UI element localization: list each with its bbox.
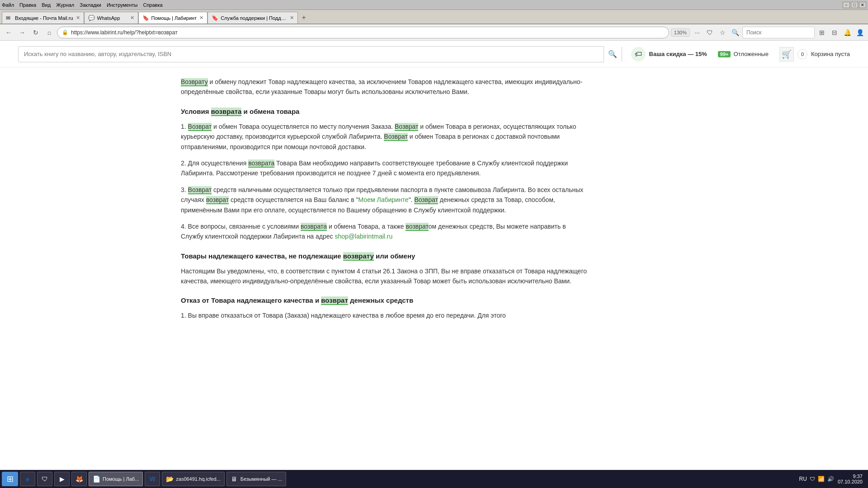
address-input-wrapper[interactable]: 🔒 https://www.labirint.ru/help/?helptxt=… xyxy=(57,27,669,38)
tab-mail[interactable]: ✉ Входящие - Почта Mail.ru ✕ xyxy=(2,12,84,23)
section1-p3: 3. Возврат средств наличными осуществляе… xyxy=(181,185,588,215)
back-button[interactable]: ← xyxy=(3,27,14,38)
toolbar-profile-icon[interactable]: 👤 xyxy=(854,27,865,38)
cart-icon: 🛒 xyxy=(779,47,794,61)
more-options-icon[interactable]: ··· xyxy=(692,27,703,38)
site-search-button[interactable]: 🔍 xyxy=(604,46,622,62)
minimize-button[interactable]: − xyxy=(843,2,850,8)
help-app-icon: 📄 xyxy=(93,475,100,483)
taskbar-desktop-app[interactable]: 🖥 Безымянный — ... xyxy=(226,472,286,486)
close-button[interactable]: ✕ xyxy=(859,2,866,8)
window-controls: − □ ✕ xyxy=(843,2,866,8)
new-tab-button[interactable]: + xyxy=(298,12,310,23)
tab-whatsapp-icon: 💬 xyxy=(88,15,94,21)
tab-help-icon: 🔖 xyxy=(142,15,149,21)
tab-help-close[interactable]: ✕ xyxy=(199,15,203,21)
taskbar-antivirus[interactable]: 🛡 xyxy=(37,472,52,486)
taskbar-media[interactable]: ▶ xyxy=(54,472,70,486)
forward-button[interactable]: → xyxy=(16,27,28,38)
intro-paragraph: Возврату и обмену подлежит Товар надлежа… xyxy=(181,77,588,97)
highlight-vozvrat-5: Возврат xyxy=(188,186,212,194)
bookmark-star-icon[interactable]: ☆ xyxy=(717,27,728,38)
highlight-vozvrat-6: возврат xyxy=(206,196,229,204)
content-area: Возврату и обмену подлежит Товар надлежа… xyxy=(181,77,588,321)
email-link[interactable]: shop@labirintmail.ru xyxy=(335,233,392,240)
cart-count: 0 xyxy=(797,49,807,59)
start-button[interactable]: ⊞ xyxy=(2,472,18,486)
tab-whatsapp-label: WhatsApp xyxy=(97,15,127,21)
word-icon: W xyxy=(149,475,156,483)
system-tray: RU 🛡 📶 🔊 xyxy=(799,476,834,482)
container-icon[interactable]: 🛡 xyxy=(704,27,715,38)
taskbar-ie[interactable]: e xyxy=(20,472,35,486)
tab-mail-label: Входящие - Почта Mail.ru xyxy=(15,15,73,21)
taskbar-help-label: Помощь | Лаб... xyxy=(103,476,139,482)
taskbar-apps: e 🛡 ▶ 🦊 📄 Помощь | Лаб... W 📂 zas06491.h… xyxy=(20,472,286,486)
search-icon[interactable]: 🔍 xyxy=(730,27,741,38)
menu-edit[interactable]: Правка xyxy=(19,2,36,8)
section3-title: Отказ от Товара надлежащего качества и в… xyxy=(181,295,588,306)
taskbar-right: RU 🛡 📶 🔊 9:37 07.10.2020 xyxy=(799,474,866,484)
cart-label: Корзина пуста xyxy=(811,51,850,57)
section3-p1: 1. Вы вправе отказаться от Товара (Заказ… xyxy=(181,310,588,320)
antivirus-tray-icon[interactable]: 🛡 xyxy=(810,476,815,482)
refresh-button[interactable]: ↻ xyxy=(30,27,42,38)
file-icon: 📂 xyxy=(166,475,173,483)
highlight-vozvrat-2: Возврат xyxy=(395,123,419,131)
menu-journal[interactable]: Журнал xyxy=(56,2,74,8)
home-button[interactable]: ⌂ xyxy=(43,27,55,38)
zoom-indicator[interactable]: 130% xyxy=(671,28,690,37)
toolbar-collections-icon[interactable]: ⊞ xyxy=(816,27,827,38)
highlight-vozvrat-title: возврата xyxy=(211,108,242,116)
network-icon[interactable]: 📶 xyxy=(818,476,825,482)
site-search-container[interactable]: 🔍 xyxy=(18,46,622,62)
maximize-button[interactable]: □ xyxy=(851,2,858,8)
menu-bookmarks[interactable]: Закладки xyxy=(80,2,101,8)
taskbar-desktop-label: Безымянный — ... xyxy=(241,476,282,482)
taskbar-file-app[interactable]: 📂 zas06491.hq.icfed... xyxy=(162,472,224,486)
media-icon: ▶ xyxy=(58,475,66,483)
taskbar-help-app[interactable]: 📄 Помощь | Лаб... xyxy=(89,472,143,486)
tab-help-label: Помощь | Лабиринт xyxy=(151,15,197,21)
lang-ru[interactable]: RU xyxy=(799,476,807,482)
wishlist-label: Отложенные xyxy=(733,51,768,57)
toolbar-badge-icon[interactable]: 🔔 xyxy=(842,27,853,38)
taskbar-firefox[interactable]: 🦊 xyxy=(71,472,87,486)
address-bar-right: 130% ··· 🛡 ☆ 🔍 ⊞ ⊟ 🔔 👤 xyxy=(671,27,865,38)
taskbar-word[interactable]: W xyxy=(145,472,160,486)
section1-p4: 4. Все вопросы, связанные с условиями во… xyxy=(181,221,588,242)
tab-mail-close[interactable]: ✕ xyxy=(76,15,80,21)
tab-whatsapp[interactable]: 💬 WhatsApp ✕ xyxy=(84,12,138,23)
menu-help[interactable]: Справка xyxy=(143,2,162,8)
section2-title: Товары надлежащего качества, не подлежащ… xyxy=(181,251,588,262)
menu-view[interactable]: Вид xyxy=(42,2,51,8)
wishlist-section[interactable]: 99+ Отложенные xyxy=(718,51,769,57)
tab-support[interactable]: 🔖 Служба поддержки | Поддер... ✕ xyxy=(208,12,298,23)
tab-support-icon: 🔖 xyxy=(212,15,218,21)
menu-bar[interactable]: Файл Правка Вид Журнал Закладки Инструме… xyxy=(2,2,163,8)
highlight-vozvrat-7: Возврат xyxy=(414,196,438,204)
menu-tools[interactable]: Инструменты xyxy=(107,2,138,8)
lock-icon: 🔒 xyxy=(62,29,68,35)
discount-section[interactable]: 🏷 Ваша скидка — 15% xyxy=(631,47,707,61)
taskbar-file-label: zas06491.hq.icfed... xyxy=(176,476,220,482)
tab-support-close[interactable]: ✕ xyxy=(290,15,294,21)
antivirus-icon: 🛡 xyxy=(41,475,48,483)
highlight-vozvrat-title3: возврат xyxy=(321,296,348,305)
header-actions: 🏷 Ваша скидка — 15% 99+ Отложенные 🛒 0 К… xyxy=(631,47,850,61)
taskbar: ⊞ e 🛡 ▶ 🦊 📄 Помощь | Лаб... W 📂 zas06491… xyxy=(0,470,868,488)
cart-section[interactable]: 🛒 0 Корзина пуста xyxy=(779,47,850,61)
volume-icon[interactable]: 🔊 xyxy=(827,476,834,482)
main-content: Возврату и обмену подлежит Товар надлежа… xyxy=(0,68,868,470)
highlight-vozvrat-0: Возврату xyxy=(181,78,208,86)
clock: 9:37 07.10.2020 xyxy=(838,474,863,484)
section1-p1: 1. Возврат и обмен Товара осуществляется… xyxy=(181,122,588,152)
tab-whatsapp-close[interactable]: ✕ xyxy=(130,15,134,21)
menu-file[interactable]: Файл xyxy=(2,2,14,8)
browser-search-input[interactable] xyxy=(742,27,815,38)
tab-help[interactable]: 🔖 Помощь | Лабиринт ✕ xyxy=(138,12,208,23)
toolbar-tabs-icon[interactable]: ⊟ xyxy=(829,27,840,38)
my-labirint-link[interactable]: Моем Лабиринте xyxy=(359,196,409,203)
highlight-vozvrat-title2: возврату xyxy=(343,252,374,261)
site-search-input[interactable] xyxy=(19,51,604,57)
